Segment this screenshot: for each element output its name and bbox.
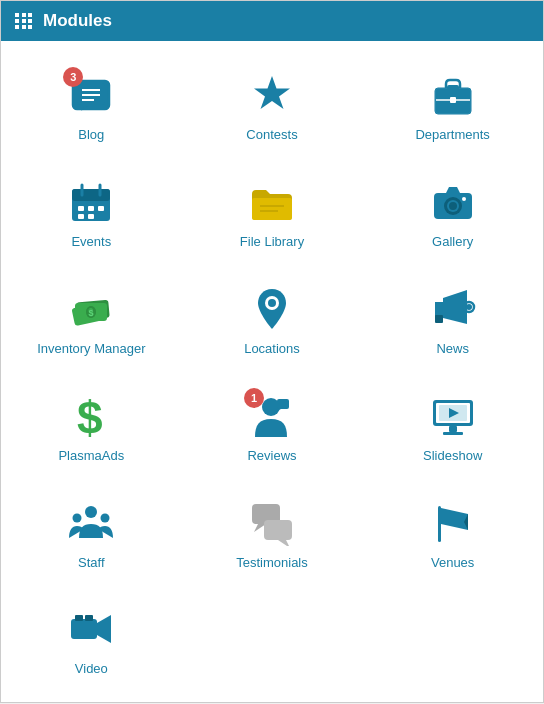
venues-icon-wrapper [427,497,479,549]
reviews-label: Reviews [247,448,296,465]
staff-icon [67,500,115,546]
reviews-icon-wrapper: 1 [246,390,298,442]
module-file-library[interactable]: File Library [182,158,363,265]
video-icon-wrapper [65,603,117,655]
blog-icon-wrapper: 3 [65,69,117,121]
module-inventory-manager[interactable]: $ $ Inventory Manager [1,265,182,372]
svg-point-56 [101,513,110,522]
news-label: News [436,341,469,358]
module-plasma-ads[interactable]: $ PlasmaAds [1,372,182,479]
svg-rect-41 [435,315,443,323]
module-venues[interactable]: Venues [362,479,543,586]
svg-point-30 [449,202,457,210]
gallery-icon [430,179,476,225]
events-icon-wrapper [65,176,117,228]
module-departments[interactable]: Departments [362,51,543,158]
svg-rect-19 [78,206,84,211]
contests-icon-wrapper [246,69,298,121]
slideshow-icon [429,394,477,438]
header: Modules [1,1,543,41]
module-blog[interactable]: 3 Blog [1,51,182,158]
file-library-icon [248,180,296,224]
svg-point-54 [85,506,97,518]
testimonials-icon [248,500,296,546]
svg-rect-23 [88,214,94,219]
svg-rect-14 [450,97,456,103]
svg-marker-60 [278,540,290,546]
svg-rect-65 [85,615,93,621]
locations-label: Locations [244,341,300,358]
grid-icon [15,13,33,29]
staff-icon-wrapper [65,497,117,549]
svg-point-31 [462,197,466,201]
svg-rect-51 [449,426,457,432]
inventory-manager-icon-wrapper: $ $ [65,283,117,335]
plasma-ads-icon: $ [69,392,113,440]
svg-rect-20 [88,206,94,211]
blog-label: Blog [78,127,104,144]
module-slideshow[interactable]: Slideshow [362,372,543,479]
news-icon-wrapper [427,283,479,335]
svg-text:$: $ [77,392,103,440]
module-gallery[interactable]: Gallery [362,158,543,265]
svg-point-43 [466,304,472,310]
svg-rect-52 [443,432,463,435]
module-staff[interactable]: Staff [1,479,182,586]
locations-icon-wrapper [246,283,298,335]
svg-rect-46 [277,399,289,409]
contests-label: Contests [246,127,297,144]
svg-rect-16 [72,189,110,201]
module-news[interactable]: News [362,265,543,372]
svg-rect-59 [264,520,292,540]
svg-marker-63 [97,615,111,643]
svg-rect-24 [252,198,292,220]
file-library-icon-wrapper [246,176,298,228]
module-events[interactable]: Events [1,158,182,265]
module-reviews[interactable]: 1 Reviews [182,372,363,479]
svg-rect-12 [447,85,459,90]
events-label: Events [71,234,111,251]
venues-icon [430,500,476,546]
svg-rect-64 [75,615,83,621]
svg-rect-22 [78,214,84,219]
departments-icon-wrapper [427,69,479,121]
staff-label: Staff [78,555,105,572]
module-locations[interactable]: Locations [182,265,363,372]
slideshow-icon-wrapper [427,390,479,442]
svg-point-40 [268,299,276,307]
departments-icon [430,72,476,118]
testimonials-icon-wrapper [246,497,298,549]
svg-marker-7 [254,76,290,109]
news-icon [429,286,477,332]
svg-rect-61 [438,506,441,542]
contests-icon [249,72,295,118]
gallery-label: Gallery [432,234,473,251]
video-label: Video [75,661,108,678]
file-library-label: File Library [240,234,304,251]
gallery-icon-wrapper [427,176,479,228]
slideshow-label: Slideshow [423,448,482,465]
module-contests[interactable]: Contests [182,51,363,158]
plasma-ads-label: PlasmaAds [58,448,124,465]
inventory-manager-icon: $ $ [67,285,115,333]
svg-rect-21 [98,206,104,211]
svg-rect-62 [71,619,97,639]
modules-grid: 3 Blog [1,41,543,702]
locations-icon [250,285,294,333]
testimonials-label: Testimonials [236,555,308,572]
inventory-manager-label: Inventory Manager [37,341,145,358]
video-icon [67,607,115,651]
svg-point-55 [73,513,82,522]
events-icon [68,179,114,225]
modules-container: Modules 3 Blog [0,0,544,703]
reviews-badge: 1 [244,388,264,408]
page-title: Modules [43,11,112,31]
module-testimonials[interactable]: Testimonials [182,479,363,586]
departments-label: Departments [415,127,489,144]
svg-text:$: $ [89,307,94,317]
plasma-ads-icon-wrapper: $ [65,390,117,442]
module-video[interactable]: Video [1,585,182,692]
venues-label: Venues [431,555,474,572]
